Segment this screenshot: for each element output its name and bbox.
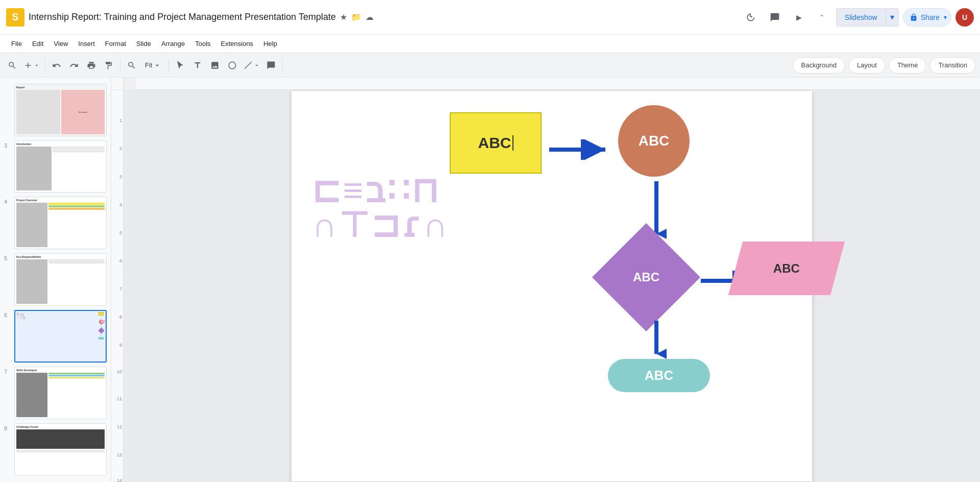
zoom-button[interactable] [124, 57, 140, 74]
star-icon[interactable]: ★ [340, 12, 347, 22]
yellow-rect-shape[interactable]: ABC [450, 112, 542, 174]
layout-button[interactable]: Layout [848, 57, 886, 74]
app-logo: S [6, 8, 24, 27]
circle-shape[interactable]: ABC [618, 105, 690, 177]
cursor-tool-button[interactable] [172, 57, 188, 74]
canvas-area: ⊏≡ב∷⊓ ∩⊤⊐ɾ∩ ABC [124, 90, 980, 482]
circle-text: ABC [639, 133, 670, 149]
present-view-button[interactable]: ▶ [789, 7, 810, 28]
slide-num-7: 7 [4, 367, 11, 375]
slide-item-4[interactable]: 4 Project Overview [0, 195, 111, 251]
menu-arrange[interactable]: Arrange [156, 37, 190, 51]
slide-item-8[interactable]: 8 Challenges Faced [0, 421, 111, 478]
slide-item-6[interactable]: 6 ⊏≡ב∩⊤⊐ → ↓ [0, 308, 111, 365]
fit-zoom-button[interactable]: Fit [141, 57, 165, 74]
add-slide-button[interactable] [21, 57, 42, 74]
fit-label: Fit [145, 61, 152, 69]
slideshow-chevron-icon[interactable]: ▾ [886, 9, 898, 26]
slide-thumb-5: Key Responsibilities [15, 254, 106, 305]
folder-icon[interactable]: 📁 [351, 12, 361, 22]
slide-thumb-wrap-4: Project Overview [14, 197, 107, 249]
toolbar-sep-4 [282, 59, 283, 71]
share-chevron-icon[interactable]: ▾ [942, 14, 949, 21]
slide-thumb-wrap-8: Challenges Faced [14, 423, 107, 476]
top-right-area: ▶ ⌃ Slideshow ▾ Share ▾ U [740, 7, 974, 28]
expand-collapse-button[interactable]: ⌃ [812, 7, 832, 28]
view-mode-group: ▶ ⌃ [789, 7, 832, 28]
rounded-rect-shape[interactable]: ABC [608, 359, 710, 392]
menu-file[interactable]: File [6, 37, 27, 51]
slide-thumb-3: Introduction [15, 141, 106, 192]
user-avatar[interactable]: U [955, 8, 974, 27]
toolbar-sep-3 [168, 59, 169, 71]
history-button[interactable] [740, 7, 761, 28]
toolbar-sep-1 [45, 59, 45, 71]
slide-num-5: 5 [4, 253, 11, 261]
parallelogram-shape[interactable]: ABC [728, 242, 845, 295]
arrow-right-1 [547, 139, 613, 162]
horizontal-ruler: 1 2 3 4 5 6 7 8 9 10 11 12 13 14 15 16 1 [136, 78, 980, 90]
slideshow-label: Slideshow [837, 9, 886, 26]
slide-panel: Report Summary 3 Introduction [0, 78, 111, 482]
rulers-row: 1 2 3 4 5 6 7 8 9 10 11 12 13 14 15 16 1 [111, 78, 980, 90]
search-button[interactable] [4, 57, 20, 74]
slide-thumb-8: Challenges Faced [15, 424, 106, 475]
slide-item-2[interactable]: Report Summary [0, 82, 111, 138]
share-button[interactable]: Share ▾ [903, 8, 951, 27]
vertical-ruler: 1 2 3 4 5 6 7 8 9 10 11 12 13 14 [111, 90, 124, 482]
comment-button[interactable] [765, 7, 785, 28]
slide-thumb-wrap-7: Skills Developed [14, 367, 107, 419]
comment-tool-button[interactable] [263, 57, 279, 74]
slide-thumb-wrap-2: Report Summary [14, 84, 107, 136]
menu-view[interactable]: View [48, 37, 73, 51]
slide-thumb-4: Project Overview [15, 197, 106, 249]
line-tool-button[interactable] [241, 57, 262, 74]
toolbar-sep-2 [120, 59, 120, 71]
toolbar-context-buttons: Background Layout Theme Transition [792, 57, 976, 74]
toolbar: Fit Background Layout Theme Transition [0, 53, 980, 78]
yellow-rect-text: ABC [478, 134, 511, 152]
slide-num-6: 6 [4, 310, 11, 318]
slide-thumb-wrap-3: Introduction [14, 140, 107, 193]
slide-thumb-2: Report Summary [15, 84, 106, 136]
decorative-shapes: ⊏≡ב∷⊓ ∩⊤⊐ɾ∩ [312, 173, 450, 242]
menu-help[interactable]: Help [258, 37, 282, 51]
ruler-corner [111, 78, 124, 90]
title-area: Internship Report: Training and Project … [29, 12, 736, 22]
slideshow-button[interactable]: Slideshow ▾ [836, 8, 899, 27]
undo-button[interactable] [48, 57, 65, 74]
menu-edit[interactable]: Edit [27, 37, 48, 51]
slide-canvas[interactable]: ⊏≡ב∷⊓ ∩⊤⊐ɾ∩ ABC [291, 91, 812, 481]
transition-button[interactable]: Transition [929, 57, 976, 74]
slide-num-3: 3 [4, 140, 11, 149]
paint-format-button[interactable] [101, 57, 117, 74]
theme-button[interactable]: Theme [889, 57, 926, 74]
slide-thumb-wrap-5: Key Responsibilities [14, 253, 107, 306]
slide-thumb-wrap-6: ⊏≡ב∩⊤⊐ → ↓ ↓ [14, 310, 107, 363]
menu-insert[interactable]: Insert [73, 37, 100, 51]
share-label: Share [910, 13, 940, 21]
menu-format[interactable]: Format [100, 37, 131, 51]
text-tool-button[interactable] [189, 57, 206, 74]
menu-extensions[interactable]: Extensions [216, 37, 259, 51]
slide-item-7[interactable]: 7 Skills Developed [0, 365, 111, 421]
diamond-text: ABC [633, 270, 659, 284]
shapes-tool-button[interactable] [224, 57, 240, 74]
menu-slide[interactable]: Slide [131, 37, 156, 51]
print-button[interactable] [83, 57, 100, 74]
image-tool-button[interactable] [207, 57, 223, 74]
cloud-icon[interactable]: ☁ [365, 12, 374, 22]
slide-item-3[interactable]: 3 Introduction [0, 138, 111, 195]
background-button[interactable]: Background [792, 57, 845, 74]
slide-item-5[interactable]: 5 Key Responsibilities [0, 251, 111, 308]
slide-thumb-6: ⊏≡ב∩⊤⊐ → ↓ ↓ [15, 311, 106, 362]
diamond-shape[interactable]: ABC [592, 223, 700, 331]
slide-thumb-7: Skills Developed [15, 367, 106, 419]
rounded-rect-text: ABC [645, 368, 673, 383]
redo-button[interactable] [66, 57, 82, 74]
menu-tools[interactable]: Tools [190, 37, 215, 51]
main-layout: Report Summary 3 Introduction [0, 78, 980, 482]
top-bar: S Internship Report: Training and Projec… [0, 0, 980, 35]
svg-line-1 [245, 62, 252, 69]
slide-num-8: 8 [4, 423, 11, 431]
